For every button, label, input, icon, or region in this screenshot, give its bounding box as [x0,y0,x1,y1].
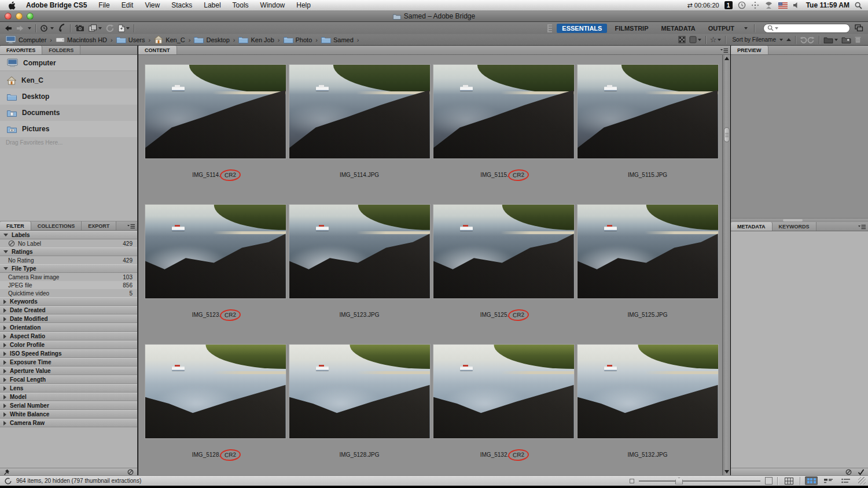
thumbnail-img-5123-jpg[interactable]: IMG_5123.JPG [288,204,431,318]
expand-triangle-icon[interactable] [3,300,6,304]
menu-tools[interactable]: Tools [227,0,255,10]
workspace-tab-output[interactable]: OUTPUT [703,24,740,33]
window-title-bar[interactable]: Samed – Adobe Bridge [0,11,868,22]
expand-triangle-icon[interactable] [3,326,6,330]
expand-triangle-icon[interactable] [3,421,6,426]
delete-item-button[interactable] [855,36,861,43]
thumbnail-img-5125-cr2[interactable]: IMG_5125.CR2 [432,204,575,319]
filter-section-keywords[interactable]: Keywords [0,297,137,306]
thumbnail-img-5125-jpg[interactable]: IMG_5125.JPG [576,204,719,318]
thumbnail-img-5115-cr2[interactable]: IMG_5115.CR2 [432,64,575,179]
search-scope-dropdown[interactable] [775,27,778,29]
photo-thumbnail[interactable] [289,204,431,299]
photo-thumbnail[interactable] [145,64,286,159]
menu-help[interactable]: Help [290,0,317,10]
breadcrumb-samed[interactable]: Samed [319,35,355,44]
filter-section-orientation[interactable]: Orientation [0,323,137,332]
breadcrumb-desktop[interactable]: Desktop [192,35,231,44]
menu-label[interactable]: Label [198,0,226,10]
expand-triangle-icon[interactable] [3,412,6,417]
get-photos-from-camera-button[interactable] [75,24,84,32]
thumbnail-img-5128-cr2[interactable]: IMG_5128.CR2 [144,344,286,459]
menu-clock[interactable]: Tue 11:59 AM [806,1,849,9]
breadcrumb-macintosh-hd[interactable]: Macintosh HD [54,36,109,44]
filter-section-labels[interactable]: Labels [0,231,137,239]
photo-thumbnail[interactable] [577,204,719,299]
rotate-right-button[interactable] [807,36,815,43]
filter-section-date-created[interactable]: Date Created [0,306,137,315]
thumbnail-img-5123-cr2[interactable]: IMG_5123.CR2 [144,204,286,319]
thumbnail-img-5132-jpg[interactable]: IMG_5132.JPG [576,344,719,458]
content-scrollbar[interactable] [722,55,730,475]
universal-access-icon[interactable] [751,1,759,9]
expand-triangle-icon[interactable] [3,352,6,356]
spotlight-icon[interactable] [855,2,862,9]
spaces-icon[interactable] [764,2,773,9]
photo-thumbnail[interactable] [433,64,575,159]
sidebar-item-desktop[interactable]: Desktop [0,88,137,105]
tab-filter[interactable]: FILTER [0,221,31,230]
breadcrumb-photo[interactable]: Photo [282,35,314,44]
expand-triangle-icon[interactable] [3,360,6,365]
filter-section-exposure-time[interactable]: Exposure Time [0,358,137,367]
expand-triangle-icon[interactable] [3,386,6,391]
filter-section-serial-number[interactable]: Serial Number [0,401,137,410]
smaller-thumbnails-button[interactable] [630,479,634,483]
photo-thumbnail[interactable] [433,204,575,299]
volume-icon[interactable] [793,2,801,9]
filter-section-color-profile[interactable]: Color Profile [0,341,137,349]
thumbnail-img-5115-jpg[interactable]: IMG_5115.JPG [576,64,719,178]
expand-triangle-icon[interactable] [3,343,6,347]
time-machine-icon[interactable] [738,1,746,9]
refine-button[interactable] [89,24,102,32]
filter-section-focal-length[interactable]: Focal Length [0,375,137,384]
sort-button[interactable]: Sort by Filename [730,36,783,43]
nav-history-dropdown[interactable] [28,27,31,29]
collapse-triangle-icon[interactable] [3,267,8,270]
workspace-drag-handle[interactable] [547,24,552,32]
thumbnail-size-button[interactable] [689,36,701,43]
input-source-icon[interactable]: 1 [724,1,733,9]
thumbnail-quality-button[interactable] [678,36,686,43]
thumbnail-img-5132-cr2[interactable]: IMG_5132.CR2 [432,344,575,459]
scroll-down-arrow[interactable] [724,470,729,474]
thumbnail-img-5114-cr2[interactable]: IMG_5114.CR2 [144,64,286,179]
tab-content[interactable]: CONTENT [138,46,177,54]
forward-button[interactable] [16,25,24,32]
thumbnail-img-5114-jpg[interactable]: IMG_5114.JPG [288,64,431,178]
scrollbar-thumb[interactable] [724,127,730,142]
panel-menu-icon[interactable] [858,224,866,230]
expand-triangle-icon[interactable] [3,334,6,339]
filter-section-aspect-ratio[interactable]: Aspect Ratio [0,332,137,341]
filter-section-date-modified[interactable]: Date Modified [0,315,137,323]
menu-view[interactable]: View [139,0,165,10]
photo-thumbnail[interactable] [577,64,719,159]
apple-menu-icon[interactable] [6,1,20,10]
language-flag-icon[interactable] [778,2,788,9]
workspace-tab-metadata[interactable]: METADATA [656,24,701,33]
apply-metadata-icon[interactable] [858,469,865,475]
compact-mode-button[interactable] [855,24,863,32]
tab-preview[interactable]: PREVIEW [731,46,768,54]
filter-section-iso-speed-ratings[interactable]: ISO Speed Ratings [0,349,137,358]
new-folder-button[interactable] [841,36,851,43]
sidebar-item-ken-c[interactable]: Ken_C [0,72,137,88]
open-recent-folder-button[interactable] [823,36,838,43]
photo-thumbnail[interactable] [289,64,431,159]
filter-section-model[interactable]: Model [0,393,137,401]
filter-section-aperture-value[interactable]: Aperture Value [0,367,137,375]
expand-triangle-icon[interactable] [3,378,6,382]
expand-triangle-icon[interactable] [3,317,6,321]
photo-thumbnail[interactable] [433,344,575,439]
tab-favorites[interactable]: FAVORITES [0,46,42,54]
breadcrumb-ken-c[interactable]: Ken_C [152,35,187,45]
view-as-details-button[interactable] [822,476,835,485]
expand-triangle-icon[interactable] [3,395,6,400]
breadcrumb-ken-job[interactable]: Ken Job [237,35,275,44]
scroll-up-arrow[interactable] [724,57,729,60]
close-window-button[interactable] [5,13,12,20]
clear-filter-icon[interactable] [127,469,134,475]
boomerang-button[interactable] [58,24,66,32]
breadcrumb-users[interactable]: Users [115,35,147,44]
workspace-tab-filmstrip[interactable]: FILMSTRIP [609,24,653,33]
